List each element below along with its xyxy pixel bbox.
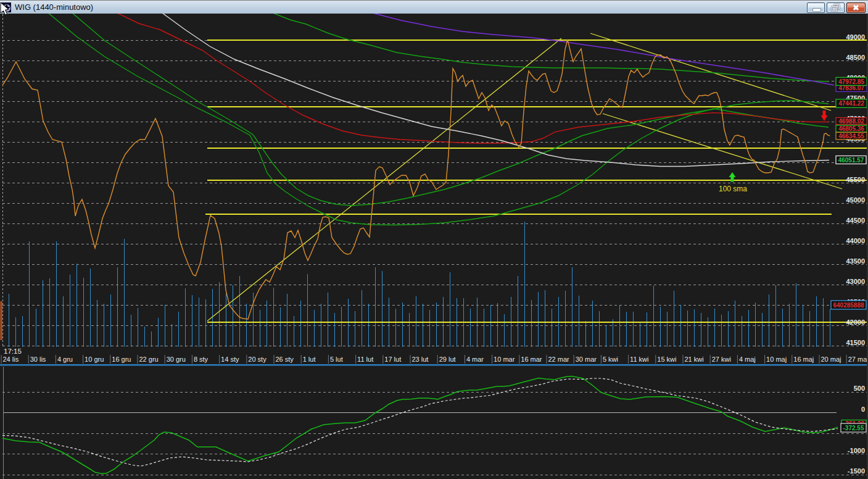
svg-text:14 sty: 14 sty <box>221 356 239 363</box>
svg-text:27 maj: 27 maj <box>848 356 868 363</box>
svg-text:23 lut: 23 lut <box>412 356 429 363</box>
svg-text:4 maj: 4 maj <box>739 356 756 363</box>
svg-text:-372.55: -372.55 <box>843 425 864 431</box>
svg-text:5 lut: 5 lut <box>330 356 343 363</box>
svg-text:47972.85: 47972.85 <box>838 78 864 85</box>
svg-text:100 sma: 100 sma <box>719 185 747 193</box>
svg-text:29 lut: 29 lut <box>439 356 456 363</box>
svg-text:27 kwi: 27 kwi <box>712 356 731 363</box>
svg-text:41500: 41500 <box>846 339 865 346</box>
svg-text:500: 500 <box>854 385 865 392</box>
svg-text:46051.57: 46051.57 <box>838 157 864 164</box>
svg-text:44000: 44000 <box>846 237 865 244</box>
svg-text:17 lut: 17 lut <box>384 356 401 363</box>
svg-text:11 kwi: 11 kwi <box>630 356 648 363</box>
svg-text:4 mar: 4 mar <box>466 356 484 363</box>
svg-text:16 gru: 16 gru <box>112 356 131 363</box>
svg-text:20 maj: 20 maj <box>821 356 841 363</box>
svg-text:45000: 45000 <box>846 196 865 204</box>
svg-text:42000: 42000 <box>846 319 865 326</box>
svg-text:22 mar: 22 mar <box>548 356 570 363</box>
svg-text:640285888: 640285888 <box>833 302 864 309</box>
svg-text:30 lis: 30 lis <box>30 356 46 363</box>
svg-text:10 maj: 10 maj <box>766 356 787 363</box>
svg-text:24 lis: 24 lis <box>3 356 19 363</box>
svg-text:30 mar: 30 mar <box>576 356 597 363</box>
svg-text:16 maj: 16 maj <box>793 356 814 363</box>
svg-text:46805.36: 46805.36 <box>838 125 864 132</box>
svg-text:46988.02: 46988.02 <box>838 118 864 125</box>
svg-text:8 sty: 8 sty <box>194 356 209 363</box>
svg-text:47441.22: 47441.22 <box>838 100 864 107</box>
svg-text:17:15: 17:15 <box>4 348 22 355</box>
svg-text:16 mar: 16 mar <box>521 356 542 363</box>
svg-text:49000: 49000 <box>846 33 865 41</box>
svg-text:45500: 45500 <box>846 176 865 183</box>
svg-text:10 mar: 10 mar <box>494 356 515 363</box>
svg-text:0: 0 <box>861 406 865 413</box>
svg-text:1 lut: 1 lut <box>303 356 316 363</box>
svg-text:46634.55: 46634.55 <box>838 133 864 140</box>
svg-text:21 kwi: 21 kwi <box>685 356 704 363</box>
svg-text:-1000: -1000 <box>848 447 865 454</box>
svg-text:43000: 43000 <box>846 278 865 285</box>
svg-text:15 kwi: 15 kwi <box>657 356 676 363</box>
svg-text:4 gru: 4 gru <box>57 356 73 363</box>
svg-text:5 kwi: 5 kwi <box>603 356 618 363</box>
svg-text:26 sty: 26 sty <box>276 356 294 363</box>
svg-text:43500: 43500 <box>846 257 865 265</box>
svg-text:44500: 44500 <box>846 217 865 224</box>
svg-text:11 lut: 11 lut <box>357 356 373 363</box>
svg-text:10 gru: 10 gru <box>85 356 104 363</box>
svg-text:48500: 48500 <box>846 54 865 61</box>
svg-text:30 gru: 30 gru <box>167 356 186 363</box>
svg-text:-1500: -1500 <box>848 467 865 475</box>
svg-text:20 sty: 20 sty <box>248 356 267 363</box>
svg-text:22 gru: 22 gru <box>139 356 159 363</box>
